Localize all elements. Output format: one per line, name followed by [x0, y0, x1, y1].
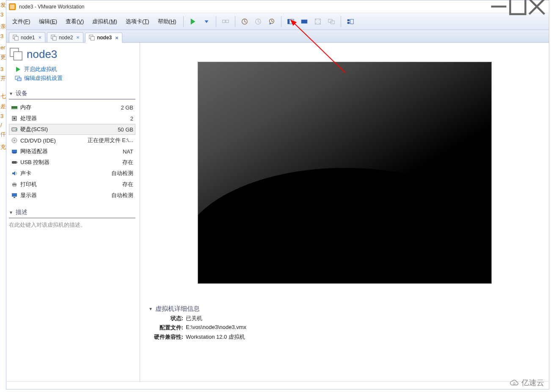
printer-icon: [11, 181, 18, 188]
close-button[interactable]: [527, 1, 546, 13]
state-label: 状态:: [149, 315, 183, 322]
tab-node1[interactable]: node1×: [9, 32, 45, 42]
app-window: node3 - VMware Workstation 文件(F) 编辑(E) 查…: [6, 0, 549, 389]
tab-node2[interactable]: node2×: [47, 32, 83, 42]
snapshot-manager-button[interactable]: [265, 16, 278, 27]
menu-help[interactable]: 帮助(H): [154, 16, 181, 27]
svg-rect-41: [13, 185, 16, 186]
svg-rect-20: [52, 36, 56, 40]
menu-edit[interactable]: 编辑(E): [35, 16, 61, 27]
device-value: NAT: [119, 148, 133, 155]
device-row-硬盘(SCSI)[interactable]: 硬盘(SCSI)50 GB: [9, 124, 135, 135]
tab-node3[interactable]: node3×: [85, 33, 122, 43]
thumbnail-bar-button[interactable]: [344, 16, 357, 27]
tab-strip: node1×node2×node3×: [6, 30, 549, 43]
svg-marker-25: [16, 67, 20, 72]
device-row-CD/DVD (IDE)[interactable]: CD/DVD (IDE)正在使用文件 E:\...: [9, 135, 135, 146]
device-value: 正在使用文件 E:\...: [84, 137, 133, 144]
fullscreen-button[interactable]: [311, 16, 325, 27]
device-value: 存在: [119, 181, 133, 188]
maximize-button[interactable]: [508, 1, 527, 13]
tab-label: node2: [59, 35, 73, 41]
device-value: 自动检测: [108, 170, 133, 177]
tab-label: node3: [97, 35, 112, 41]
edit-settings-link[interactable]: 编辑虚拟机设置: [15, 74, 135, 82]
separator: [183, 16, 184, 27]
tab-label: node1: [21, 35, 35, 41]
vm-tab-icon: [13, 35, 19, 41]
svg-rect-16: [350, 19, 353, 24]
svg-rect-36: [13, 152, 16, 154]
svg-rect-10: [301, 19, 307, 23]
device-name: 处理器: [20, 115, 37, 122]
minimize-button[interactable]: [489, 1, 508, 13]
watermark: 亿速云: [510, 378, 544, 388]
window-title: node3 - VMware Workstation: [19, 4, 85, 10]
description-placeholder[interactable]: 在此处键入对该虚拟机的描述。: [9, 222, 135, 229]
svg-rect-30: [14, 118, 15, 119]
device-name: 打印机: [20, 181, 37, 188]
device-value: 50 GB: [114, 126, 133, 133]
unity-button[interactable]: [325, 16, 338, 27]
svg-rect-38: [16, 162, 17, 163]
hw-value: Workstation 12.0 虚拟机: [186, 333, 245, 341]
menu-vm[interactable]: 虚拟机(M): [88, 16, 121, 27]
menu-file[interactable]: 文件(F): [8, 16, 35, 27]
titlebar: node3 - VMware Workstation: [6, 0, 549, 13]
power-on-link[interactable]: 开启此虚拟机: [15, 66, 135, 73]
device-name: 硬盘(SCSI): [20, 126, 48, 133]
power-on-button[interactable]: [186, 16, 200, 27]
description-heading[interactable]: ▼描述: [9, 208, 135, 218]
device-value: 2 GB: [117, 104, 133, 111]
snapshot-revert-button[interactable]: [251, 16, 265, 27]
svg-rect-22: [91, 36, 94, 40]
device-name: 声卡: [20, 170, 31, 177]
separator: [341, 16, 341, 27]
stretch-button[interactable]: [298, 16, 311, 27]
snapshot-take-button[interactable]: [238, 16, 251, 27]
device-row-内存[interactable]: 内存2 GB: [9, 102, 135, 113]
menu-view[interactable]: 查看(V): [61, 16, 88, 27]
device-name: USB 控制器: [20, 159, 50, 166]
power-menu-button[interactable]: [200, 16, 213, 27]
vm-title: node3: [9, 47, 135, 61]
play-icon: [15, 66, 22, 73]
description-section: ▼描述 在此处键入对该虚拟机的描述。: [9, 208, 135, 229]
device-name: 网络适配器: [20, 148, 48, 155]
svg-rect-42: [12, 193, 17, 197]
device-value: 存在: [119, 159, 133, 166]
device-row-声卡[interactable]: 声卡自动检测: [9, 168, 135, 179]
devices-heading[interactable]: ▼设备: [9, 90, 135, 99]
separator: [235, 16, 235, 27]
hw-label: 硬件兼容性:: [149, 333, 183, 341]
details-heading[interactable]: ▼虚拟机详细信息: [149, 305, 545, 313]
tab-close-icon[interactable]: ×: [38, 34, 41, 41]
vm-tab-icon: [51, 35, 57, 41]
tab-close-icon[interactable]: ×: [115, 35, 118, 41]
vmware-icon: [9, 3, 16, 10]
svg-point-32: [16, 129, 17, 130]
cfg-label: 配置文件:: [149, 324, 183, 332]
device-row-打印机[interactable]: 打印机存在: [9, 179, 135, 190]
device-row-处理器[interactable]: 处理器2: [9, 113, 135, 124]
vm-screen-preview[interactable]: [198, 62, 492, 284]
device-row-USB 控制器[interactable]: USB 控制器存在: [9, 157, 135, 168]
devices-section: ▼设备 内存2 GB处理器2硬盘(SCSI)50 GBCD/DVD (IDE)正…: [9, 90, 135, 201]
device-name: CD/DVD (IDE): [20, 137, 56, 144]
send-ctrlaltdel-button[interactable]: [219, 16, 232, 27]
device-row-显示器[interactable]: 显示器自动检测: [9, 190, 135, 201]
svg-rect-40: [13, 182, 16, 184]
device-row-网络适配器[interactable]: 网络适配器NAT: [9, 146, 135, 157]
tab-close-icon[interactable]: ×: [76, 34, 80, 41]
svg-rect-28: [11, 106, 17, 109]
vm-tab-icon: [89, 35, 95, 41]
svg-marker-1: [190, 18, 195, 24]
show-console-button[interactable]: [284, 16, 298, 27]
menu-tabs[interactable]: 选项卡(T): [121, 16, 154, 27]
svg-marker-2: [204, 20, 208, 23]
device-value: 自动检测: [108, 192, 133, 199]
svg-rect-18: [14, 36, 18, 40]
svg-rect-24: [14, 52, 22, 60]
vm-main-panel: ▼虚拟机详细信息 状态:已关机 配置文件:E:\vos\node3\node3.…: [140, 43, 549, 381]
svg-rect-9: [287, 19, 289, 24]
